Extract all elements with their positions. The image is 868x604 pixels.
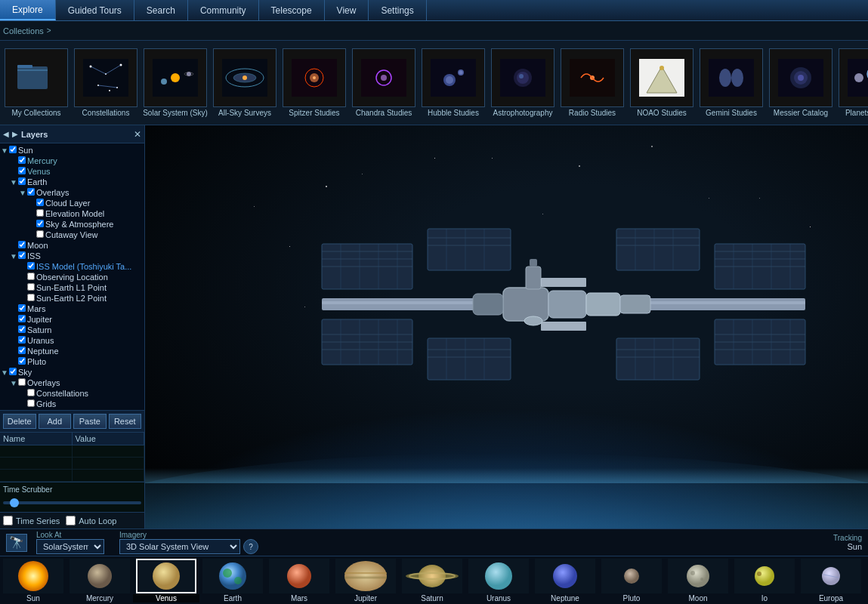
planet-item-uranus[interactable]: Uranus: [465, 559, 532, 602]
tree-checkbox-input[interactable]: [18, 167, 26, 174]
planet-item-io[interactable]: Io: [731, 559, 798, 602]
tree-expand-toggle[interactable]: ▼: [0, 146, 9, 155]
tree-expand-toggle[interactable]: ▼: [9, 379, 18, 387]
tree-checkbox[interactable]: [27, 273, 36, 282]
thumbnail-item[interactable]: Constellations: [73, 48, 139, 117]
look-at-select[interactable]: SolarSystemEarthSky: [36, 539, 104, 554]
tree-checkbox[interactable]: [27, 262, 36, 271]
tree-item[interactable]: Mars: [0, 304, 144, 314]
nav-item-settings[interactable]: Settings: [369, 0, 426, 20]
tree-checkbox-input[interactable]: [18, 251, 26, 259]
planet-item-venus[interactable]: VenusVenus: [133, 559, 199, 602]
tree-expand-toggle[interactable]: ▼: [9, 252, 18, 260]
time-series-input[interactable]: [3, 516, 13, 525]
layers-header[interactable]: ◀ ▶ Layers ✕: [0, 125, 144, 143]
tree-item[interactable]: ▼Sky: [0, 367, 144, 378]
tree-expand-toggle[interactable]: ▼: [0, 368, 9, 377]
thumbnail-item[interactable]: My Collections: [3, 48, 70, 117]
tree-checkbox[interactable]: [27, 188, 36, 197]
tree-item[interactable]: Constellations: [0, 388, 144, 399]
collections-label[interactable]: Collections: [3, 26, 44, 35]
tree-checkbox-input[interactable]: [27, 283, 35, 291]
tree-checkbox-input[interactable]: [18, 156, 26, 164]
nav-item-community[interactable]: Community: [188, 0, 259, 20]
planet-item-pluto[interactable]: Pluto: [598, 559, 665, 602]
thumbnail-item[interactable]: Hubble Studies: [420, 48, 487, 117]
planet-item-saturn[interactable]: Saturn: [399, 559, 465, 602]
tree-item[interactable]: Sky & Atmosphere: [0, 219, 144, 230]
tree-checkbox[interactable]: [18, 315, 27, 324]
tree-checkbox-input[interactable]: [36, 230, 44, 238]
tree-item[interactable]: ▼Overlays: [0, 187, 144, 198]
tree-checkbox-input[interactable]: [18, 315, 26, 322]
tree-expand-toggle[interactable]: ▼: [9, 178, 18, 186]
tree-checkbox-input[interactable]: [9, 368, 17, 375]
tree-item[interactable]: ▼Sun: [0, 145, 144, 156]
nav-item-view[interactable]: View: [325, 0, 369, 20]
look-at-icon[interactable]: 🔭: [6, 534, 27, 552]
planet-item-europa[interactable]: Europa: [798, 559, 864, 602]
tree-checkbox-input[interactable]: [27, 294, 35, 301]
tree-item[interactable]: ISS Model (Toshiyuki Ta...: [0, 261, 144, 272]
tree-item[interactable]: Observing Location: [0, 272, 144, 282]
toolbar-btn-reset[interactable]: Reset: [109, 414, 142, 429]
tree-expand-toggle[interactable]: ▼: [18, 189, 27, 197]
tree-item[interactable]: Mercury: [0, 156, 144, 166]
tree-checkbox[interactable]: [27, 283, 36, 292]
tree-checkbox-input[interactable]: [27, 399, 35, 407]
tree-checkbox-input[interactable]: [18, 325, 26, 333]
thumbnail-item[interactable]: Radio Studies: [559, 48, 626, 117]
nav-item-search[interactable]: Search: [134, 0, 188, 20]
nav-item-telescope[interactable]: Telescope: [259, 0, 325, 20]
tree-checkbox[interactable]: [18, 347, 27, 356]
tree-checkbox-input[interactable]: [27, 188, 35, 196]
time-series-checkbox[interactable]: Time Series: [3, 516, 60, 525]
layers-close-btn[interactable]: ✕: [134, 129, 141, 140]
tree-item[interactable]: Saturn: [0, 325, 144, 335]
tree-item[interactable]: ▼ISS: [0, 251, 144, 261]
planet-item-sun[interactable]: Sun: [0, 559, 66, 602]
tree-checkbox[interactable]: [9, 368, 18, 377]
tree-checkbox-input[interactable]: [27, 273, 35, 280]
tree-item[interactable]: Elevation Model: [0, 208, 144, 219]
tree-checkbox[interactable]: [18, 167, 27, 176]
slider-track[interactable]: [3, 501, 141, 504]
tree-checkbox-input[interactable]: [9, 146, 17, 153]
thumbnail-item[interactable]: Gemini Studies: [698, 48, 765, 117]
thumbnail-item[interactable]: Planets/Moons: [837, 48, 868, 117]
toolbar-btn-paste[interactable]: Paste: [73, 414, 107, 429]
planet-item-mercury[interactable]: Mercury: [66, 559, 133, 602]
tree-item[interactable]: ▼Overlays: [0, 378, 144, 388]
thumbnail-item[interactable]: Chandra Studies: [351, 48, 417, 117]
planet-item-mars[interactable]: Mars: [266, 559, 332, 602]
tree-checkbox-input[interactable]: [36, 209, 44, 217]
auto-loop-checkbox[interactable]: Auto Loop: [66, 516, 116, 525]
planet-item-moon[interactable]: Moon: [665, 559, 731, 602]
tree-item[interactable]: Pluto: [0, 356, 144, 367]
thumbnail-item[interactable]: Spitzer Studies: [281, 48, 348, 117]
tree-checkbox[interactable]: [18, 241, 27, 250]
tree-checkbox-input[interactable]: [27, 262, 35, 270]
tree-checkbox-input[interactable]: [18, 177, 26, 185]
time-slider[interactable]: [3, 497, 141, 509]
tree-checkbox-input[interactable]: [36, 199, 44, 206]
planet-item-jupiter[interactable]: Jupiter: [332, 559, 399, 602]
tree-checkbox[interactable]: [27, 399, 36, 408]
tree-checkbox[interactable]: [27, 389, 36, 398]
tree-item[interactable]: Uranus: [0, 335, 144, 346]
tree-checkbox[interactable]: [36, 209, 45, 218]
layers-prev-btn[interactable]: ◀: [3, 130, 9, 138]
nav-item-guided-tours[interactable]: Guided Tours: [56, 0, 134, 20]
slider-thumb[interactable]: [10, 498, 19, 507]
planet-item-neptune[interactable]: Neptune: [532, 559, 598, 602]
imagery-info-btn[interactable]: ?: [243, 539, 258, 554]
tree-item[interactable]: Neptune: [0, 346, 144, 356]
tree-checkbox[interactable]: [18, 336, 27, 345]
tree-checkbox-input[interactable]: [18, 336, 26, 344]
tree-item[interactable]: Venus: [0, 166, 144, 177]
tree-checkbox[interactable]: [18, 177, 27, 186]
tree-checkbox[interactable]: [18, 325, 27, 334]
thumbnail-item[interactable]: NOAO Studies: [629, 48, 695, 117]
thumbnail-item[interactable]: Messier Catalog: [768, 48, 834, 117]
tree-checkbox-input[interactable]: [18, 304, 26, 312]
